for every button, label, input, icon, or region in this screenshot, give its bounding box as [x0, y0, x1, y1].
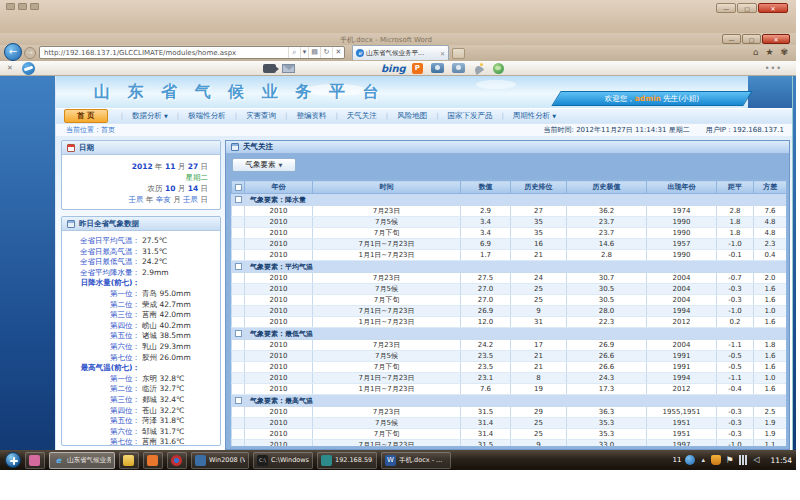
home-icon[interactable]: ⌂ [753, 47, 759, 57]
taskbar-task[interactable]: e山东省气候业务... [49, 452, 115, 469]
chevron-down-icon[interactable]: ▾ [300, 47, 308, 58]
search-icon[interactable]: ⌕ [288, 47, 300, 58]
nav-item-2[interactable]: 数据分析▼ [132, 111, 168, 121]
volume-icon[interactable]: ◁ [753, 455, 763, 465]
taskbar-task[interactable] [143, 452, 163, 469]
group-checkbox[interactable] [235, 263, 242, 270]
table-cell: 1991 [647, 362, 717, 373]
nav-item-1[interactable]: 首 页 [64, 109, 108, 123]
taskbar-task[interactable] [167, 452, 187, 469]
mail-icon[interactable] [282, 64, 295, 73]
tools-gear-icon[interactable]: ✾ [780, 47, 788, 57]
satellite-dish-icon[interactable] [473, 63, 485, 74]
table-cell: 16 [511, 239, 567, 250]
table-cell: 1.0 [754, 373, 787, 384]
close-icon[interactable]: ✕ [762, 34, 790, 44]
camera-icon[interactable] [431, 63, 444, 73]
table-cell: 7月1日~7月23日 [313, 306, 461, 317]
nav-item-5[interactable]: 整编资料 [296, 111, 326, 121]
taskbar-task[interactable]: C:\C:\Windows\s... [253, 452, 313, 469]
chevron-up-icon[interactable]: ▴ [699, 455, 707, 465]
rank-value: 胶州 26.0mm [142, 353, 191, 364]
vm-icon [195, 455, 206, 466]
group-header-row[interactable]: 气象要素：降水量 [232, 194, 787, 206]
taskbar-clock[interactable]: 11:54 [770, 456, 792, 465]
minimize-icon[interactable]: — [716, 3, 736, 13]
taskbar-task[interactable]: Win2008 (VS2... [191, 452, 249, 469]
flag-icon[interactable]: ⚑ [725, 455, 735, 465]
network-icon[interactable] [739, 455, 749, 465]
table-cell: 31.5 [461, 407, 511, 418]
group-header-row[interactable]: 气象要素：最高气温 [232, 395, 787, 407]
group-checkbox[interactable] [235, 330, 242, 337]
nav-item-4[interactable]: 灾害查询 [246, 111, 276, 121]
table-cell: 21 [511, 351, 567, 362]
group-checkbox[interactable] [235, 397, 242, 404]
tab-title[interactable]: 山东省气候业务平... [366, 49, 438, 58]
select-all-checkbox[interactable] [235, 184, 242, 191]
ie-icon: e [53, 455, 64, 466]
toolbar-close-icon[interactable]: ✕ [7, 64, 13, 72]
im-icon[interactable] [685, 455, 695, 465]
calendar-icon [67, 144, 75, 152]
shield-icon[interactable] [711, 455, 721, 465]
table-cell: 1997 [647, 440, 717, 448]
chevron-down-icon: ▼ [279, 162, 283, 168]
orange-badge-icon[interactable]: P [412, 63, 423, 74]
table-cell: 31.4 [461, 429, 511, 440]
maximize-icon[interactable]: ▢ [737, 3, 757, 13]
taskbar-task[interactable] [119, 452, 139, 469]
weather-summary-line: 全省日最高气温：31.5℃ [62, 247, 220, 258]
refresh-icon[interactable]: ↻ [320, 47, 332, 58]
new-tab-button[interactable] [452, 48, 465, 59]
address-bar[interactable]: http://192.168.137.1/GLCCLIMATE/modules/… [39, 46, 345, 59]
group-header-row[interactable]: 气象要素：平均气温 [232, 261, 787, 273]
url-text[interactable]: http://192.168.137.1/GLCCLIMATE/modules/… [40, 49, 288, 57]
weekday: 星期二 [62, 172, 208, 183]
forward-button[interactable]: → [24, 47, 36, 59]
orange-app-icon [147, 455, 158, 466]
table-cell: -0.5 [717, 362, 754, 373]
nav-separator: | [502, 112, 504, 120]
browser-tab[interactable]: e 山东省气候业务平... ✕ [352, 45, 449, 60]
back-button[interactable]: ← [4, 43, 22, 61]
minimize-icon[interactable]: — [722, 34, 741, 44]
rank-value: 东明 32.8℃ [142, 374, 185, 385]
tab-close-icon[interactable]: ✕ [438, 50, 445, 57]
summary-label: 全省日最高气温： [62, 247, 140, 258]
blocked-circle-icon[interactable] [22, 62, 35, 75]
taskbar-task[interactable]: 192.168.59.99... [317, 452, 377, 469]
summary-value: 27.5℃ [142, 236, 167, 247]
calendar-panel-title: 日期 [79, 143, 94, 153]
pin-app-icon [29, 455, 40, 466]
taskbar-task[interactable] [25, 452, 45, 469]
nav-item-8[interactable]: 国家下发产品 [448, 111, 493, 121]
weather-summary-line: 全省平均降水量：2.9mm [62, 268, 220, 279]
table-cell: 25 [511, 284, 567, 295]
close-icon[interactable]: ✕ [758, 3, 788, 13]
nav-item-6[interactable]: 天气关注 [347, 111, 377, 121]
word-window-controls[interactable]: — ▢ ✕ [716, 3, 788, 13]
nav-item-3[interactable]: 极端性分析 [188, 111, 226, 121]
ie-window-controls[interactable]: — ▢ ✕ [722, 34, 790, 44]
compatibility-view-icon[interactable]: ▤ [308, 47, 320, 58]
favorites-star-icon[interactable]: ★ [765, 47, 773, 57]
ganzhi-date: 壬辰 年 辛亥 月 壬辰 日 [62, 194, 208, 205]
nav-item-9[interactable]: 周期性分析▼ [513, 111, 556, 121]
photo-icon[interactable] [452, 63, 465, 73]
taskbar-task[interactable]: W手机.docx - ... [381, 452, 451, 469]
rank-label: 第六位： [62, 427, 140, 438]
nav-item-7[interactable]: 风险地图 [397, 111, 427, 121]
maximize-icon[interactable]: ▢ [742, 34, 761, 44]
weather-element-dropdown[interactable]: 气象要素▼ [232, 158, 296, 172]
bing-logo[interactable]: bing [381, 63, 406, 74]
group-checkbox[interactable] [235, 196, 242, 203]
start-button[interactable] [5, 452, 21, 468]
camcorder-icon[interactable] [263, 64, 276, 73]
more-options-icon[interactable]: ••• [765, 64, 782, 73]
group-header-row[interactable]: 气象要素：最低气温 [232, 328, 787, 340]
stop-icon[interactable]: ✕ [332, 47, 344, 58]
globe-icon[interactable] [493, 63, 504, 74]
table-cell: 26.6 [567, 351, 647, 362]
chevron-down-icon: ▼ [164, 113, 168, 119]
